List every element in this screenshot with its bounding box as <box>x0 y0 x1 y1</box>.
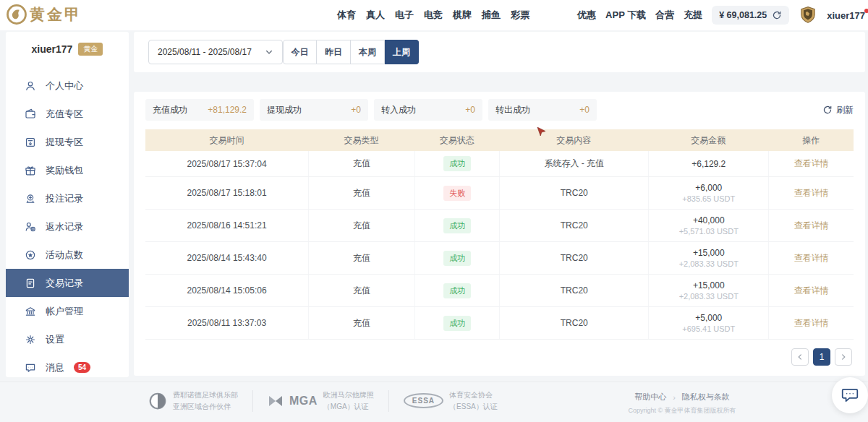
summary-value: +0 <box>351 105 361 115</box>
nav-item[interactable]: 棋牌 <box>453 9 472 22</box>
shield-avatar-icon[interactable] <box>799 6 817 25</box>
sidebar-item[interactable]: 个人中心 <box>6 72 129 100</box>
cell-content: TRC20 <box>499 307 648 339</box>
brand-emblem-icon <box>6 4 27 25</box>
summary-card: 转入成功+0 <box>374 99 482 121</box>
sidebar-item[interactable]: 提现专区 <box>6 128 129 156</box>
sidebar-item[interactable]: 设置 <box>6 325 129 353</box>
partner-logos: 费耶诺德足球俱乐部亚洲区域合作伙伴MGA欧洲马尔他牌照（MGA）认证ESSA体育… <box>148 389 498 412</box>
amount-main: +15,000 <box>693 248 725 258</box>
pagination: 1 <box>791 348 852 366</box>
sidebar-item[interactable]: 消息54 <box>6 353 129 382</box>
sidebar-item-label: 设置 <box>46 333 64 346</box>
sidebar-item[interactable]: 返水记录 <box>6 212 129 241</box>
points-icon <box>25 249 36 261</box>
summary-label: 提现成功 <box>267 104 302 116</box>
sidebar-item[interactable]: 充值专区 <box>6 100 129 128</box>
summary-label: 充值成功 <box>153 104 187 116</box>
cell-action: 查看详情 <box>768 210 853 241</box>
header-link[interactable]: APP 下载 <box>605 9 646 22</box>
nav-item[interactable]: 电竞 <box>424 9 443 22</box>
header-links: 优惠APP 下载合营充提 <box>577 9 702 22</box>
header-link[interactable]: 合营 <box>655 9 674 22</box>
view-details-link[interactable]: 查看详情 <box>794 158 829 170</box>
table-column-header: 操作 <box>768 129 853 151</box>
date-range-select[interactable]: 2025/08/11 - 2025/08/17 <box>148 40 283 64</box>
nav-item[interactable]: 彩票 <box>511 9 529 22</box>
table-column-header: 交易内容 <box>499 129 648 151</box>
cell-amount: +5,000+695.41 USDT <box>648 307 768 339</box>
page-next-button[interactable] <box>835 348 852 366</box>
brand-logo[interactable]: 黄金甲 <box>6 4 82 25</box>
sidebar-item-label: 充值专区 <box>46 108 83 121</box>
cell-content: TRC20 <box>499 210 648 241</box>
view-details-link[interactable]: 查看详情 <box>794 220 829 232</box>
summary-cards: 充值成功+81,129.2提现成功+0转入成功+0转出成功+0 <box>145 99 597 121</box>
summary-value: +81,129.2 <box>208 105 247 115</box>
cell-action: 查看详情 <box>768 242 853 274</box>
header-username[interactable]: xiuer177 <box>827 10 865 21</box>
cell-type: 充值 <box>308 242 414 274</box>
amount-usdt: +5,571.03 USDT <box>679 227 739 236</box>
feyenoord-icon <box>148 392 167 410</box>
view-details-link[interactable]: 查看详情 <box>794 187 829 199</box>
filter-tab[interactable]: 上周 <box>385 40 419 64</box>
sidebar-item[interactable]: 交易记录 <box>6 269 129 297</box>
status-badge: 成功 <box>443 283 471 298</box>
copyright: Copyright © 黄金甲体育集团版权所有 <box>628 406 736 415</box>
cell-status: 成功 <box>414 275 499 306</box>
view-details-link[interactable]: 查看详情 <box>794 285 829 297</box>
table-row: 2025/08/17 15:18:01充值失败TRC20+6,000+835.6… <box>145 177 854 210</box>
essa-icon: ESSA <box>404 393 443 408</box>
page-current[interactable]: 1 <box>813 348 830 366</box>
filter-tab[interactable]: 昨日 <box>317 40 351 64</box>
nav-item[interactable]: 电子 <box>395 9 414 22</box>
nav-item[interactable]: 体育 <box>337 9 356 22</box>
header-username-text: xiuer177 <box>827 10 865 21</box>
table-column-header: 交易金额 <box>648 129 768 151</box>
amount-main: +5,000 <box>695 313 722 323</box>
cell-type: 充值 <box>308 307 414 339</box>
cell-status: 成功 <box>414 210 499 241</box>
chat-button[interactable] <box>832 377 868 413</box>
refresh-button[interactable]: 刷新 <box>822 104 854 116</box>
view-details-link[interactable]: 查看详情 <box>794 252 829 264</box>
filter-tab[interactable]: 今日 <box>283 40 317 64</box>
sidebar-item[interactable]: 帐户管理 <box>6 297 129 325</box>
sidebar-item-label: 奖励钱包 <box>46 164 83 177</box>
cell-time: 2025/08/17 15:37:04 <box>145 151 308 176</box>
rebate-icon <box>25 221 36 233</box>
refresh-balance-icon[interactable] <box>772 10 782 20</box>
header-link[interactable]: 充提 <box>684 9 702 22</box>
filter-tab[interactable]: 本周 <box>351 40 385 64</box>
footer-link[interactable]: 隐私权与条款 <box>682 392 730 402</box>
page-prev-button[interactable] <box>791 348 809 366</box>
footer-link[interactable]: 帮助中心 <box>634 392 666 402</box>
status-badge: 成功 <box>443 316 471 331</box>
view-details-link[interactable]: 查看详情 <box>794 317 829 330</box>
header-link[interactable]: 优惠 <box>577 9 596 22</box>
unread-count-badge: 54 <box>74 362 90 373</box>
gift-icon <box>25 165 36 176</box>
nav-item[interactable]: 捕鱼 <box>482 9 501 22</box>
cell-type: 充值 <box>308 210 414 241</box>
sidebar-item-label: 消息 <box>46 361 64 374</box>
sidebar-item[interactable]: 投注记录 <box>6 184 129 212</box>
table-column-header: 交易时间 <box>145 129 308 151</box>
cell-amount: +6,000+835.65 USDT <box>648 177 768 209</box>
refresh-icon <box>822 105 833 115</box>
amount-main: +6,129.2 <box>692 159 726 169</box>
partner-text-line: 欧洲马尔他牌照 <box>323 389 374 401</box>
cell-action: 查看详情 <box>768 151 853 176</box>
cell-type: 充值 <box>308 275 414 306</box>
page: 黄金甲 体育真人电子电竞棋牌捕鱼彩票 优惠APP 下载合营充提 ¥ 69,081… <box>0 0 868 422</box>
table-column-header: 交易类型 <box>308 129 414 151</box>
balance-pill[interactable]: ¥ 69,081.25 <box>712 6 789 25</box>
message-icon <box>25 362 36 374</box>
cell-status: 失败 <box>414 177 499 209</box>
sidebar-item[interactable]: 奖励钱包 <box>6 156 129 184</box>
footer: 费耶诺德足球俱乐部亚洲区域合作伙伴MGA欧洲马尔他牌照（MGA）认证ESSA体育… <box>0 382 868 422</box>
sidebar-item[interactable]: 活动点数 <box>6 241 129 269</box>
table-row: 2025/08/14 15:43:40充值成功TRC20+15,000+2,08… <box>145 242 854 275</box>
nav-item[interactable]: 真人 <box>366 9 385 22</box>
